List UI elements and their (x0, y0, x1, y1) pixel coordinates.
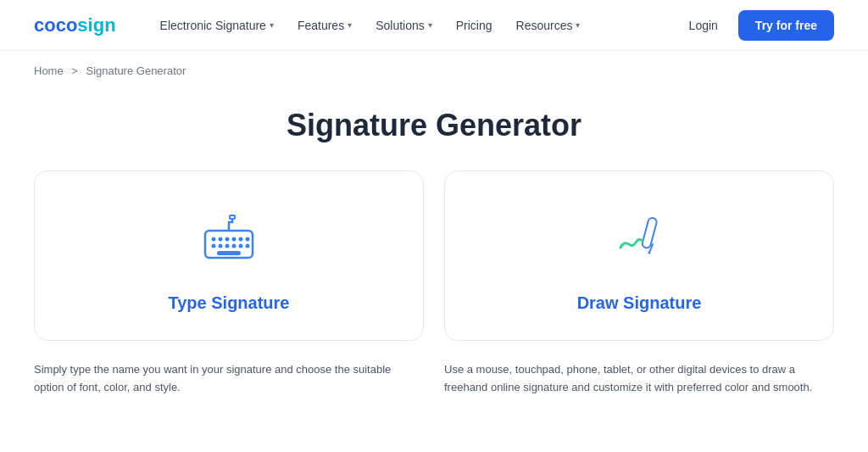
draw-signature-description: Use a mouse, touchpad, phone, tablet, or… (444, 361, 834, 397)
svg-point-6 (246, 237, 250, 242)
svg-point-9 (225, 244, 230, 248)
svg-point-7 (212, 244, 216, 248)
chevron-down-icon: ▾ (270, 20, 274, 30)
svg-point-10 (232, 244, 236, 248)
breadcrumb-home[interactable]: Home (34, 64, 64, 77)
svg-point-1 (212, 237, 216, 242)
type-signature-card[interactable]: Type Signature (34, 170, 424, 341)
svg-point-12 (246, 244, 250, 248)
chevron-down-icon: ▾ (576, 20, 580, 30)
nav-item-solutions[interactable]: Solutions ▾ (365, 12, 442, 39)
nav-item-electronic-signature[interactable]: Electronic Signature ▾ (150, 12, 284, 39)
draw-icon (605, 205, 673, 273)
logo-coco: coco (34, 14, 77, 36)
cards-row: Type Signature Draw Signature (34, 170, 834, 341)
draw-signature-card[interactable]: Draw Signature (444, 170, 834, 341)
svg-rect-13 (217, 251, 241, 255)
page-title: Signature Generator (34, 108, 834, 143)
logo[interactable]: cocosign (34, 14, 116, 36)
chevron-down-icon: ▾ (428, 20, 432, 30)
breadcrumb-separator: > (71, 64, 78, 77)
nav-item-pricing[interactable]: Pricing (446, 12, 503, 39)
breadcrumb-current: Signature Generator (86, 64, 186, 77)
nav-right: Login Try for free (679, 10, 834, 41)
descriptions-row: Simply type the name you want in your si… (34, 361, 834, 397)
main-content: Signature Generator (0, 91, 868, 431)
nav-item-resources[interactable]: Resources ▾ (506, 12, 591, 39)
svg-point-8 (219, 244, 223, 248)
draw-signature-label: Draw Signature (577, 293, 702, 313)
nav-item-features[interactable]: Features ▾ (287, 12, 362, 39)
keyboard-icon (195, 205, 263, 273)
navigation: cocosign Electronic Signature ▾ Features… (0, 0, 868, 51)
logo-sign: sign (77, 14, 115, 36)
chevron-down-icon: ▾ (348, 20, 352, 30)
try-free-button[interactable]: Try for free (738, 10, 834, 41)
type-signature-description: Simply type the name you want in your si… (34, 361, 424, 397)
svg-point-2 (219, 237, 223, 242)
svg-point-5 (239, 237, 243, 242)
svg-rect-14 (230, 215, 235, 219)
svg-point-4 (232, 237, 236, 242)
login-button[interactable]: Login (679, 12, 728, 39)
svg-point-3 (225, 237, 230, 242)
svg-point-11 (239, 244, 243, 248)
nav-links: Electronic Signature ▾ Features ▾ Soluti… (150, 12, 679, 39)
breadcrumb: Home > Signature Generator (0, 51, 868, 91)
svg-rect-15 (642, 217, 658, 248)
type-signature-label: Type Signature (169, 293, 290, 313)
svg-point-17 (648, 252, 651, 254)
